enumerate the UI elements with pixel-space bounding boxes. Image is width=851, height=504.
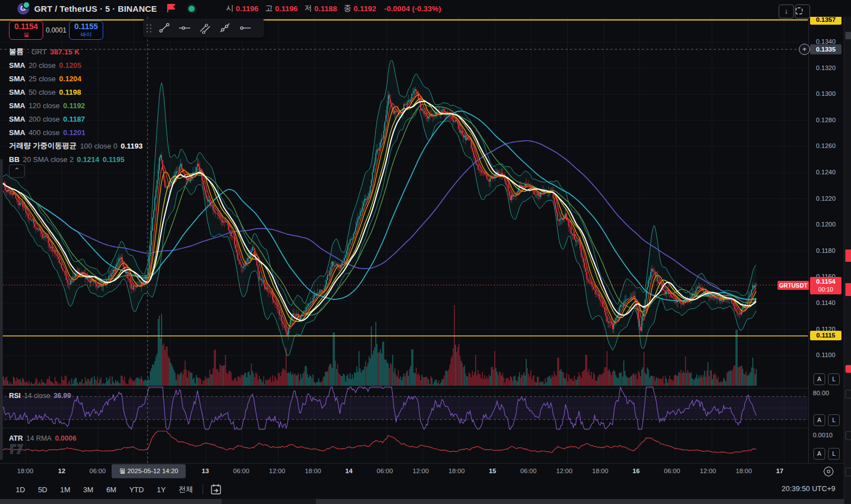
main-axis-buttons: AL: [813, 373, 840, 385]
flag-icon[interactable]: [167, 4, 175, 13]
close-label: 종: [344, 3, 352, 13]
sma-value: 0.1205: [59, 61, 81, 70]
ohlc-readout: 시 0.1196 고 0.1196 저 0.1188 종 0.1192 -0.0…: [222, 3, 441, 13]
range-button-3M[interactable]: 3M: [79, 484, 97, 496]
last-price-label: 0.115400:10: [810, 277, 841, 294]
time-tick-label: 06:00: [90, 468, 106, 474]
legend-sma-row[interactable]: SMA25 close0.1204: [9, 72, 142, 85]
indicator-legend: 볼륨 · GRT 387.15 K SMA20 close0.1205SMA25…: [9, 45, 142, 166]
rsi-params: 14 close: [24, 392, 50, 400]
parallel-channel-tool-icon[interactable]: [195, 20, 215, 36]
price-tick-label: 0.1300: [809, 90, 843, 97]
range-button-전체[interactable]: 전체: [174, 483, 197, 496]
rsi-value: 36.99: [53, 392, 71, 400]
bottom-edge-strip: [0, 499, 851, 504]
low-value: 0.1188: [314, 4, 337, 13]
range-button-1D[interactable]: 1D: [12, 484, 29, 496]
symbol-title[interactable]: GRT / TetherUS · 5 · BINANCE: [34, 4, 157, 13]
auto-scale-button[interactable]: A: [813, 448, 825, 460]
price-axis[interactable]: 0.13600.13400.13200.13000.12800.12600.12…: [808, 0, 844, 499]
high-value: 0.1196: [275, 4, 298, 13]
legend-sma-row[interactable]: SMA120 close0.1192: [9, 99, 142, 112]
sma-value: 0.1187: [63, 115, 85, 123]
timezone-settings-icon[interactable]: [823, 466, 834, 477]
tradingview-watermark-icon: [10, 444, 27, 454]
high-label: 고: [265, 3, 273, 13]
atr-scale-top: 0.0010: [809, 432, 847, 438]
sma-name: SMA: [9, 88, 25, 96]
range-button-1M[interactable]: 1M: [56, 484, 74, 496]
sma-value: 0.1198: [59, 88, 81, 96]
rsi-name: RSI: [9, 392, 21, 400]
legend-vwma-row[interactable]: 거래량 가중이동평균 100 close 0 0.1193: [9, 139, 142, 152]
sma-params: 25 close: [29, 75, 56, 83]
sell-button[interactable]: 0.1154 셀: [9, 21, 43, 40]
sma-name: SMA: [9, 75, 25, 83]
log-scale-button[interactable]: L: [828, 414, 840, 426]
range-button-6M[interactable]: 6M: [102, 484, 120, 496]
rsi-scale-top: 80.00: [809, 390, 847, 396]
auto-scale-button[interactable]: A: [813, 414, 825, 426]
bb-lower-value: 0.1195: [103, 155, 125, 164]
change-value: -0.0004 (-0.33%): [384, 4, 441, 13]
bb-name: BB: [9, 155, 20, 164]
legend-volume-row[interactable]: 볼륨 · GRT 387.15 K: [9, 45, 142, 58]
legend-sma-row[interactable]: SMA200 close0.1187: [9, 112, 142, 126]
time-axis[interactable]: 월 2025-05-12 14:20 18:001206:001306:0012…: [0, 463, 851, 480]
range-button-1Y[interactable]: 1Y: [153, 484, 169, 496]
time-tick-label: 18:00: [449, 468, 465, 474]
sell-price: 0.1154: [10, 22, 43, 31]
add-alert-plus-button[interactable]: +: [799, 44, 810, 55]
horizontal-ray-tool-icon[interactable]: [235, 20, 255, 36]
toolbar-drag-handle[interactable]: [146, 24, 154, 33]
low-label: 저: [305, 3, 312, 13]
time-tick-label: 06:00: [233, 468, 250, 474]
clock[interactable]: 20:39:50 UTC+9: [781, 484, 835, 493]
legend-collapse-button[interactable]: ⌃: [9, 164, 25, 178]
legend-sma-row[interactable]: SMA20 close0.1205: [9, 58, 142, 72]
auto-scale-button[interactable]: A: [813, 373, 825, 385]
connection-status-icon[interactable]: [188, 6, 195, 12]
bb-upper-value: 0.1214: [77, 155, 99, 164]
legend-bb-row[interactable]: BB 20 SMA close 2 0.1214 0.1195: [9, 152, 142, 166]
volume-sub: · GRT: [27, 48, 47, 56]
drawing-toolbar: [143, 19, 264, 38]
vwma-name: 거래량 가중이동평균: [9, 141, 77, 151]
sma-name: SMA: [9, 61, 25, 70]
price-tick-label: 0.1100: [809, 352, 843, 358]
range-button-YTD[interactable]: YTD: [125, 484, 148, 496]
scroll-down-button[interactable]: ↓: [779, 4, 794, 19]
open-value: 0.1196: [236, 4, 259, 13]
legend-sma-row[interactable]: SMA50 close0.1198: [9, 85, 142, 99]
ray-tool-icon[interactable]: [215, 20, 235, 36]
open-label: 시: [226, 3, 234, 13]
legend-sma-row[interactable]: SMA400 close0.1201: [9, 126, 142, 139]
chart-header: G GRT / TetherUS · 5 · BINANCE 시 0.1196 …: [0, 0, 851, 17]
buy-button[interactable]: 0.1155 바이: [69, 21, 103, 40]
price-tick-label: 0.1200: [809, 221, 843, 228]
time-tick-label: 06:00: [664, 468, 680, 474]
log-scale-button[interactable]: L: [828, 448, 840, 460]
toolbar-separator: [203, 484, 203, 494]
atr-axis-buttons: AL: [813, 448, 840, 460]
range-button-5D[interactable]: 5D: [34, 484, 52, 496]
rsi-axis-buttons: AL: [813, 414, 840, 426]
lower-level-price-label: 0.1115: [810, 331, 841, 340]
trend-line-tool-icon[interactable]: [154, 20, 174, 36]
sma-value: 0.1201: [63, 128, 86, 137]
right-edge-strip: [844, 0, 851, 504]
spread-value: 0.0001: [43, 26, 69, 34]
atr-legend[interactable]: ATR 14 RMA 0.0006: [9, 434, 76, 442]
log-scale-button[interactable]: L: [828, 373, 840, 385]
horizontal-line-tool-icon[interactable]: [174, 20, 195, 36]
sma-params: 400 close: [29, 128, 60, 137]
sell-label: 셀: [10, 31, 43, 38]
time-tick-label: 12:00: [269, 468, 286, 474]
maximize-pane-button[interactable]: [795, 4, 810, 19]
go-to-date-icon[interactable]: [210, 483, 222, 496]
symbol-price-tag: GRTUSDT: [778, 281, 809, 290]
buy-label: 바이: [70, 31, 103, 38]
sma-params: 120 close: [29, 101, 60, 110]
rsi-legend[interactable]: RSI 14 close 36.99: [9, 392, 71, 400]
price-tick-label: 0.1140: [809, 299, 843, 306]
